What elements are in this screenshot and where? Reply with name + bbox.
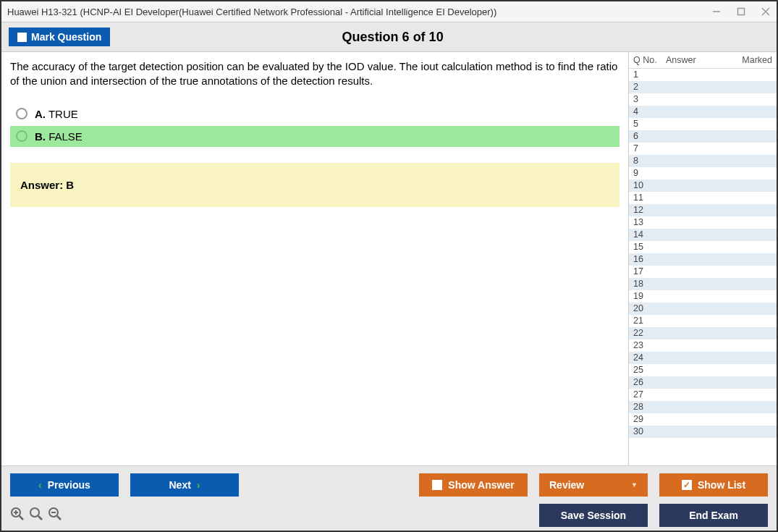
question-list-row[interactable]: 21 [629, 315, 777, 327]
qno-cell: 23 [633, 339, 666, 352]
show-list-button[interactable]: ✓ Show List [659, 473, 768, 497]
question-list-row[interactable]: 17 [629, 266, 777, 278]
review-label: Review [549, 479, 584, 491]
qno-cell: 30 [633, 426, 666, 438]
qno-cell: 29 [633, 413, 666, 426]
question-list-row[interactable]: 22 [629, 327, 777, 339]
chevron-left-icon: ‹ [38, 479, 42, 491]
footer-bar: ‹ Previous Next › Show Answer Review ▼ ✓… [1, 465, 777, 531]
zoom-reset-icon[interactable] [29, 507, 43, 525]
option-row[interactable]: B. FALSE [10, 126, 620, 147]
save-session-label: Save Session [561, 510, 626, 521]
qno-cell: 24 [633, 352, 666, 364]
question-list-row[interactable]: 2 [629, 81, 777, 93]
question-list-row[interactable]: 8 [629, 155, 777, 167]
minimize-icon[interactable] [711, 7, 722, 17]
question-counter: Question 6 of 10 [16, 30, 769, 45]
answer-box: Answer: B [10, 163, 620, 207]
qno-cell: 1 [633, 69, 666, 81]
question-list-row[interactable]: 15 [629, 241, 777, 253]
col-header-qno: Q No. [633, 55, 666, 65]
question-pane: The accuracy of the target detection pos… [1, 52, 628, 465]
svg-rect-1 [738, 9, 745, 15]
question-list-row[interactable]: 16 [629, 253, 777, 266]
qno-cell: 27 [633, 389, 666, 401]
qno-cell: 22 [633, 327, 666, 339]
radio-icon [16, 108, 28, 119]
question-list-row[interactable]: 27 [629, 389, 777, 401]
next-button[interactable]: Next › [130, 473, 239, 497]
chevron-right-icon: › [197, 479, 200, 491]
maximize-icon[interactable] [736, 7, 746, 17]
question-list-row[interactable]: 3 [629, 93, 777, 106]
question-list-row[interactable]: 14 [629, 229, 777, 241]
question-list-row[interactable]: 28 [629, 401, 777, 413]
checkbox-icon [432, 480, 442, 490]
end-exam-label: End Exam [689, 510, 738, 521]
question-list-row[interactable]: 4 [629, 106, 777, 118]
zoom-in-icon[interactable] [10, 507, 25, 525]
save-session-button[interactable]: Save Session [539, 504, 648, 527]
qno-cell: 11 [633, 192, 666, 204]
question-list-row[interactable]: 19 [629, 290, 777, 303]
svg-line-9 [38, 516, 42, 520]
zoom-out-icon[interactable] [48, 507, 62, 525]
question-list-row[interactable]: 6 [629, 130, 777, 143]
option-row[interactable]: A. TRUE [10, 104, 620, 124]
qno-cell: 6 [633, 130, 666, 143]
qno-cell: 7 [633, 143, 666, 155]
qno-cell: 16 [633, 253, 666, 266]
question-list-row[interactable]: 23 [629, 339, 777, 352]
review-button[interactable]: Review ▼ [539, 473, 648, 497]
question-list-row[interactable]: 25 [629, 364, 777, 376]
question-list-row[interactable]: 1 [629, 69, 777, 81]
question-list-row[interactable]: 10 [629, 180, 777, 192]
svg-line-5 [20, 516, 23, 520]
question-list-row[interactable]: 30 [629, 426, 777, 438]
titlebar: Huawei H13-321 (HCNP-AI EI Developer(Hua… [1, 1, 777, 22]
question-list-row[interactable]: 7 [629, 143, 777, 155]
previous-button[interactable]: ‹ Previous [10, 473, 119, 497]
qno-cell: 13 [633, 216, 666, 229]
question-list-row[interactable]: 24 [629, 352, 777, 364]
question-list-row[interactable]: 20 [629, 303, 777, 315]
next-label: Next [169, 479, 190, 491]
question-list[interactable]: 1234567891011121314151617181920212223242… [629, 68, 777, 465]
qno-cell: 3 [633, 93, 666, 106]
qno-cell: 21 [633, 315, 666, 327]
qno-cell: 19 [633, 290, 666, 303]
qno-cell: 26 [633, 376, 666, 389]
show-list-label: Show List [698, 479, 745, 491]
col-header-marked: Marked [732, 55, 772, 65]
qno-cell: 20 [633, 303, 666, 315]
qno-cell: 2 [633, 81, 666, 93]
qno-cell: 12 [633, 204, 666, 216]
question-list-row[interactable]: 11 [629, 192, 777, 204]
previous-label: Previous [48, 479, 90, 491]
caret-down-icon: ▼ [631, 481, 638, 489]
qno-cell: 9 [633, 167, 666, 180]
qno-cell: 17 [633, 266, 666, 278]
col-header-answer: Answer [666, 55, 732, 65]
show-answer-label: Show Answer [448, 479, 514, 491]
qno-cell: 10 [633, 180, 666, 192]
qno-cell: 15 [633, 241, 666, 253]
svg-line-11 [57, 516, 61, 520]
question-list-panel: Q No. Answer Marked 12345678910111213141… [628, 52, 777, 465]
close-icon[interactable] [761, 7, 771, 17]
window-title: Huawei H13-321 (HCNP-AI EI Developer(Hua… [7, 7, 711, 17]
question-list-row[interactable]: 5 [629, 118, 777, 130]
question-list-row[interactable]: 12 [629, 204, 777, 216]
show-answer-button[interactable]: Show Answer [419, 473, 528, 497]
end-exam-button[interactable]: End Exam [659, 504, 768, 527]
question-list-row[interactable]: 29 [629, 413, 777, 426]
option-text: A. TRUE [35, 108, 78, 120]
svg-point-8 [30, 508, 39, 517]
question-list-row[interactable]: 26 [629, 376, 777, 389]
question-list-row[interactable]: 13 [629, 216, 777, 229]
question-list-row[interactable]: 18 [629, 278, 777, 290]
qno-cell: 5 [633, 118, 666, 130]
qno-cell: 18 [633, 278, 666, 290]
question-list-row[interactable]: 9 [629, 167, 777, 180]
qno-cell: 8 [633, 155, 666, 167]
